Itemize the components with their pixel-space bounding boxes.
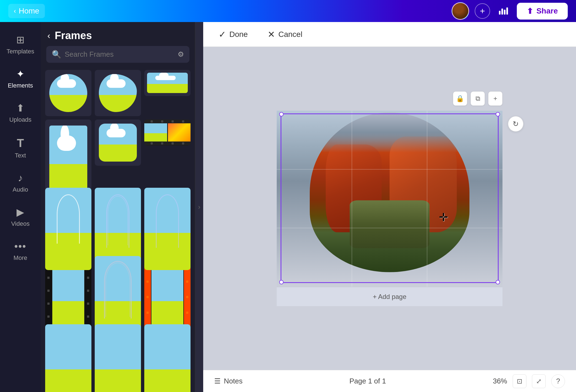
rotate-icon: ↻ (513, 120, 519, 128)
stats-button[interactable] (496, 5, 511, 17)
status-right: 36% ⊡ ⤢ ? (493, 374, 565, 388)
frames-title: Frames (55, 30, 92, 42)
sidebar-item-templates[interactable]: ⊞ Templates (0, 28, 41, 61)
home-label: Home (19, 7, 39, 15)
frame-clip (310, 113, 469, 272)
share-button[interactable]: ⬆ Share (517, 3, 568, 20)
pages-icon: ⊡ (517, 377, 522, 385)
frame-item-arch3[interactable] (144, 188, 191, 270)
back-button[interactable]: ‹ (47, 31, 50, 41)
filter-icon[interactable]: ⚙ (178, 50, 184, 59)
done-label: Done (229, 30, 248, 39)
home-button[interactable]: ‹ Home (8, 4, 45, 18)
bar2 (501, 9, 503, 15)
search-icon: 🔍 (52, 50, 61, 59)
header-left: ‹ Home (8, 4, 45, 18)
header-right: + ⬆ Share (452, 2, 568, 20)
frame-item-rounded-square[interactable] (95, 119, 141, 166)
frame-item-arch1[interactable] (45, 188, 91, 270)
fullscreen-button[interactable]: ⤢ (532, 374, 546, 388)
frames-header: ‹ Frames (41, 22, 195, 46)
notes-label: Notes (224, 377, 243, 385)
canvas-wrapper: 🔒 ⧉ + ↻ (277, 111, 502, 306)
frame-item-portrait7[interactable] (144, 324, 191, 392)
main-layout: ⊞ Templates ✦ Elements ⬆ Uploads T Text … (0, 22, 576, 392)
top-right-tools: 🔒 ⧉ + (453, 91, 502, 106)
frame-item-portrait6[interactable] (95, 324, 141, 392)
sidebar-text-label: Text (15, 152, 26, 159)
sidebar-item-audio[interactable]: ♪ Audio (0, 166, 41, 199)
sidebar-videos-label: Videos (11, 220, 30, 227)
more-icon: ••• (14, 241, 26, 252)
sidebar-item-more[interactable]: ••• More (0, 235, 41, 268)
frames-grid (41, 67, 195, 392)
add-page-bar[interactable]: + Add page (277, 287, 502, 306)
cancel-label: Cancel (278, 30, 302, 39)
sidebar-templates-label: Templates (7, 48, 34, 55)
share-icon: ⬆ (527, 7, 533, 16)
rotate-button[interactable]: ↻ (508, 116, 523, 132)
back-arrow-icon: ‹ (14, 7, 16, 15)
bar3 (504, 10, 506, 15)
hide-chevron-icon: › (198, 203, 200, 211)
canvas-viewport[interactable]: 🔒 ⧉ + ↻ (203, 47, 576, 370)
uploads-icon: ⬆ (16, 102, 25, 114)
x-icon: ✕ (268, 29, 275, 40)
frame-item-landscape[interactable] (144, 70, 191, 96)
design-canvas[interactable]: ✛ (277, 111, 502, 287)
hide-panel-button[interactable]: › (195, 22, 203, 392)
cancel-button[interactable]: ✕ Cancel (263, 26, 307, 42)
sidebar-item-uploads[interactable]: ⬆ Uploads (0, 96, 41, 129)
mountain-image (310, 113, 469, 272)
sidebar-item-videos[interactable]: ▶ Videos (0, 200, 41, 233)
share-label: Share (536, 7, 558, 15)
sidebar-more-label: More (13, 254, 27, 262)
notes-button[interactable]: ☰ Notes (214, 377, 243, 385)
help-icon: ? (556, 377, 560, 385)
sky-area (310, 113, 469, 153)
lock-button[interactable]: 🔒 (453, 91, 467, 106)
frame-item-circle[interactable] (45, 70, 91, 116)
fullscreen-icon: ⤢ (536, 377, 542, 385)
templates-icon: ⊞ (16, 34, 25, 46)
canvas-toolbar: ✓ Done ✕ Cancel (203, 22, 576, 47)
notes-icon: ☰ (214, 377, 221, 385)
sidebar-uploads-label: Uploads (9, 116, 32, 123)
pages-thumbnail-button[interactable]: ⊡ (513, 374, 526, 388)
canvas-area: ✓ Done ✕ Cancel 🔒 ⧉ + (203, 22, 576, 392)
frame-item-film-h[interactable] (144, 119, 191, 146)
add-button[interactable]: + (475, 3, 490, 19)
videos-icon: ▶ (17, 206, 24, 218)
frames-panel: ‹ Frames 🔍 ⚙ (41, 22, 195, 392)
audio-icon: ♪ (18, 172, 23, 184)
page-info: Page 1 of 1 (349, 377, 386, 385)
checkmark-icon: ✓ (219, 29, 226, 40)
bar1 (499, 11, 501, 15)
vegetation (350, 200, 430, 248)
duplicate-button[interactable]: ⧉ (471, 91, 485, 106)
back-chevron-icon: ‹ (47, 31, 50, 41)
sidebar-elements-label: Elements (8, 82, 33, 89)
bar4 (506, 7, 508, 15)
add-icon: + (480, 6, 485, 16)
search-input[interactable] (65, 50, 174, 59)
plus-icon: + (493, 95, 497, 102)
frame-item-blob[interactable] (95, 70, 141, 116)
text-icon: T (17, 137, 24, 150)
status-bar: ☰ Notes Page 1 of 1 36% ⊡ ⤢ ? (203, 370, 576, 392)
elements-icon: ✦ (16, 68, 25, 80)
help-button[interactable]: ? (551, 374, 565, 388)
avatar-image (452, 3, 468, 19)
sidebar-item-elements[interactable]: ✦ Elements (0, 62, 41, 95)
zoom-level: 36% (493, 377, 507, 385)
stats-bars-icon (499, 7, 508, 15)
sidebar-audio-label: Audio (13, 186, 28, 193)
avatar[interactable] (452, 2, 469, 20)
add-page-label: + Add page (373, 293, 406, 301)
search-bar[interactable]: 🔍 ⚙ (46, 46, 189, 63)
add-element-button[interactable]: + (488, 91, 502, 106)
sidebar-item-text[interactable]: T Text (0, 130, 41, 165)
frame-item-portrait5[interactable] (45, 324, 91, 392)
frame-container[interactable] (310, 113, 469, 272)
done-button[interactable]: ✓ Done (214, 26, 252, 42)
